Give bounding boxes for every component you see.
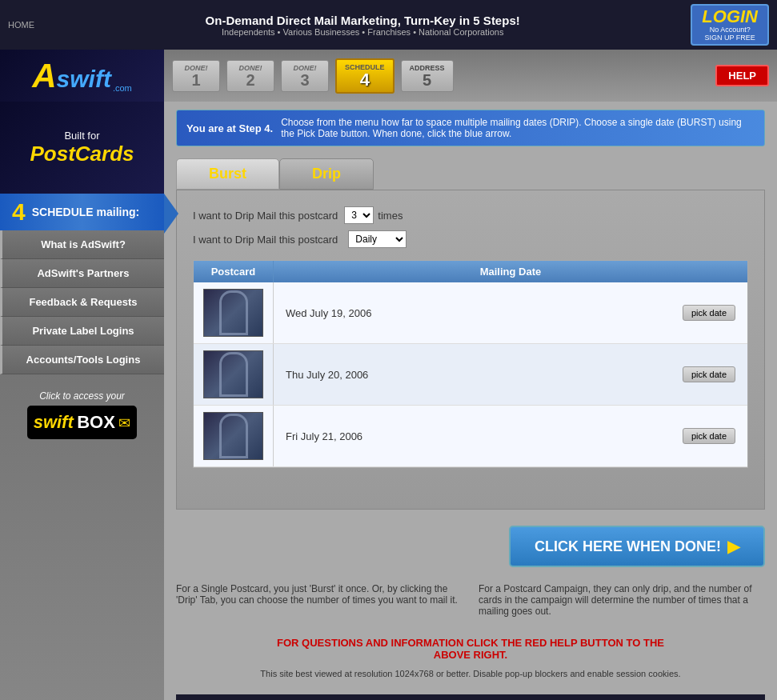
- postcards-text: PostCards: [30, 142, 134, 166]
- step-1[interactable]: DONE! 1: [172, 60, 220, 92]
- home-link[interactable]: HOME: [8, 20, 34, 30]
- tagline-sub: Independents • Various Businesses • Fran…: [42, 27, 683, 37]
- step-3[interactable]: DONE! 3: [281, 60, 329, 92]
- postcard-cell-3: [194, 406, 274, 466]
- step2-label: DONE!: [235, 64, 266, 72]
- questions-bar: FOR QUESTIONS AND INFORMATION CLICK THE …: [176, 637, 765, 661]
- step5-number: 5: [410, 72, 445, 88]
- step-info-desc: Choose from the menu how far to space mu…: [281, 117, 755, 139]
- step1-label: DONE!: [181, 64, 211, 72]
- drip-frequency-select[interactable]: DailyWeeklyMonthly: [348, 230, 407, 248]
- step4-number: 4: [345, 71, 385, 89]
- sidebar-item-accounts[interactable]: Accounts/Tools Logins: [0, 346, 164, 374]
- swiftbox-swift: swift: [34, 412, 74, 432]
- footer-note: This site best viewed at resolution 1024…: [176, 669, 765, 678]
- tab-drip[interactable]: Drip: [279, 158, 374, 190]
- drip-row1-prefix: I want to Drip Mail this postcard: [193, 210, 338, 222]
- step2-number: 2: [235, 72, 266, 88]
- nav-strip: A swift .com DONE! 1 DONE! 2 DONE! 3: [0, 50, 777, 102]
- step4-sidebar-label: 4 SCHEDULE mailing:: [0, 194, 164, 230]
- pick-date-btn-2[interactable]: pick date: [683, 366, 735, 382]
- mailing-date-1: Wed July 19, 2006: [286, 307, 671, 319]
- done-button-area: CLICK HERE WHEN DONE!: [176, 526, 765, 567]
- sidebar-item-feedback[interactable]: Feedback & Requests: [0, 288, 164, 317]
- step4-arrow: [164, 194, 178, 234]
- mailing-cell-3: Fri July 21, 2006 pick date: [274, 406, 747, 466]
- sidebar-header: Built for PostCards: [0, 102, 164, 194]
- swiftbox-box: BOX: [77, 412, 115, 432]
- sidebar-item-partners[interactable]: AdSwift's Partners: [0, 259, 164, 288]
- mailing-date-3: Fri July 21, 2006: [286, 430, 671, 442]
- done-button[interactable]: CLICK HERE WHEN DONE!: [509, 526, 765, 567]
- info-left: For a Single Postcard, you just 'Burst' …: [176, 583, 463, 617]
- tagline: On-Demand Direct Mail Marketing, Turn-Ke…: [42, 14, 683, 37]
- swiftbox-click-text: Click to access your: [8, 390, 156, 402]
- postcard-cell-1: [194, 282, 274, 343]
- mailing-table: Postcard Mailing Date Wed July 19, 2006 …: [193, 260, 748, 468]
- step-2[interactable]: DONE! 2: [226, 60, 274, 92]
- table-row: Fri July 21, 2006 pick date: [194, 406, 747, 467]
- pick-date-btn-1[interactable]: pick date: [683, 305, 735, 321]
- table-row: Wed July 19, 2006 pick date: [194, 282, 747, 344]
- step-info-label: You are at Step 4.: [186, 122, 273, 134]
- mailing-cell-2: Thu July 20, 2006 pick date: [274, 344, 747, 405]
- steps-navigation: DONE! 1 DONE! 2 DONE! 3 SCHEDULE 4 ADDRE…: [164, 50, 777, 102]
- drip-times-select[interactable]: 3245: [344, 206, 374, 224]
- login-button[interactable]: LOGIN No Account? SIGN UP FREE: [691, 4, 769, 46]
- step1-number: 1: [181, 72, 211, 88]
- col-postcard-header: Postcard: [194, 261, 274, 282]
- left-sidebar: Built for PostCards 4 SCHEDULE mailing: …: [0, 102, 164, 700]
- main-content: You are at Step 4. Choose from the menu …: [164, 102, 777, 700]
- logo-a: A: [32, 59, 56, 93]
- info-columns: For a Single Postcard, you just 'Burst' …: [176, 583, 765, 617]
- table-header: Postcard Mailing Date: [194, 261, 747, 282]
- table-row: Thu July 20, 2006 pick date: [194, 344, 747, 406]
- drip-times-suffix: times: [378, 210, 403, 222]
- no-account-text: No Account?: [702, 26, 758, 34]
- step-4[interactable]: SCHEDULE 4: [335, 58, 395, 94]
- step5-label: ADDRESS: [410, 64, 445, 72]
- swiftbox-icon: ✉: [118, 415, 130, 431]
- login-label: LOGIN: [702, 8, 758, 26]
- content-wrapper: Built for PostCards 4 SCHEDULE mailing: …: [0, 102, 777, 700]
- swiftbox-area[interactable]: Click to access your swift BOX ✉: [0, 374, 164, 455]
- swiftbox-logo: swift BOX ✉: [27, 406, 138, 439]
- step4-sidebar-text: SCHEDULE mailing:: [32, 206, 140, 218]
- drip-row2-prefix: I want to Drip Mail this postcard: [193, 234, 338, 246]
- step3-number: 3: [290, 72, 320, 88]
- step3-label: DONE!: [290, 64, 320, 72]
- step-5[interactable]: ADDRESS 5: [401, 60, 454, 92]
- tagline-heading: On-Demand Direct Mail Marketing, Turn-Ke…: [42, 14, 683, 27]
- info-right: For a Postcard Campaign, they can only d…: [479, 583, 765, 617]
- help-button[interactable]: HELP: [715, 65, 769, 86]
- postcard-cell-2: [194, 344, 274, 405]
- drip-options: I want to Drip Mail this postcard 3245 t…: [193, 206, 748, 248]
- built-for-text: Built for: [64, 130, 99, 142]
- postcard-thumbnail-2: [203, 350, 263, 398]
- header-top: HOME On-Demand Direct Mail Marketing, Tu…: [0, 0, 777, 50]
- sidebar-nav: What is AdSwift? AdSwift's Partners Feed…: [0, 230, 164, 374]
- step4-sidebar-number: 4: [12, 200, 26, 224]
- tab-burst[interactable]: Burst: [176, 158, 279, 190]
- mailing-date-2: Thu July 20, 2006: [286, 369, 671, 381]
- logo-swift: swift: [57, 67, 111, 91]
- content-panel: I want to Drip Mail this postcard 3245 t…: [176, 190, 765, 510]
- questions-text-2: ABOVE RIGHT.: [176, 649, 765, 661]
- mailing-cell-1: Wed July 19, 2006 pick date: [274, 282, 747, 343]
- tabs-area: Burst Drip: [176, 158, 765, 190]
- copyright-bar: POWERED BY expresscopy.com © Copyright 2…: [176, 694, 765, 700]
- col-mailing-header: Mailing Date: [274, 261, 747, 282]
- pick-date-btn-3[interactable]: pick date: [683, 428, 735, 444]
- site-logo[interactable]: A swift .com: [0, 50, 164, 102]
- drip-row-1: I want to Drip Mail this postcard 3245 t…: [193, 206, 748, 224]
- postcard-thumbnail-1: [203, 289, 263, 337]
- questions-text-1: FOR QUESTIONS AND INFORMATION CLICK THE …: [176, 637, 765, 649]
- postcard-thumbnail-3: [203, 412, 263, 460]
- step-info-bar: You are at Step 4. Choose from the menu …: [176, 110, 765, 146]
- signup-text: SIGN UP FREE: [702, 34, 758, 42]
- drip-row-2: I want to Drip Mail this postcard DailyW…: [193, 230, 748, 248]
- sidebar-item-private-label[interactable]: Private Label Logins: [0, 317, 164, 346]
- sidebar-item-what-is-adswift[interactable]: What is AdSwift?: [0, 230, 164, 259]
- logo-com: .com: [113, 83, 132, 93]
